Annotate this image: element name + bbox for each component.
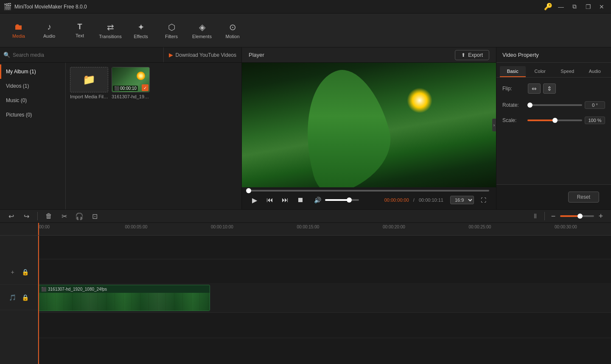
skip-forward-button[interactable]: ⏭	[279, 194, 291, 206]
volume-slider[interactable]	[325, 199, 359, 201]
play-button[interactable]: ▶	[249, 194, 261, 206]
total-time: 00:00:10:11	[419, 197, 443, 203]
timeline-content: 00:00 00:00:05:00 00:00:10:00 00:00:15:0…	[38, 223, 611, 364]
redo-button[interactable]: ↪	[20, 210, 32, 222]
zoom-in-button[interactable]: +	[596, 211, 606, 221]
ruler-mark-6: 00:00:30:00	[554, 223, 577, 229]
video-track-lane[interactable]: ⬛ 3161307-hd_1920_1080_24fps	[38, 283, 611, 313]
media-sidebar: My Album (1) Videos (1) Music (0) Pictur…	[0, 63, 66, 209]
export-icon: ⬆	[461, 52, 465, 58]
ruler-mark-1: 00:00:05:00	[124, 223, 148, 229]
youtube-download-button[interactable]: ▶ Download YouTube Videos	[164, 47, 241, 62]
toolbar-effects[interactable]: ✦ Effects	[126, 16, 156, 45]
minimize-button[interactable]: —	[555, 1, 567, 13]
filters-icon: ⬡	[168, 22, 175, 32]
export-button[interactable]: ⬆ Export	[455, 50, 489, 60]
toolbar-media[interactable]: 🖿 Media	[3, 16, 34, 45]
import-media-card[interactable]: 📁 Import Media Files	[70, 67, 108, 99]
split-track-button[interactable]: ⫴	[529, 210, 541, 222]
fullscreen-button[interactable]: ⛶	[477, 194, 489, 206]
ruler-mark-4: 00:00:20:00	[382, 223, 405, 229]
search-input[interactable]	[13, 52, 160, 58]
toolbar-filters[interactable]: ⬡ Filters	[156, 16, 187, 45]
video-clip[interactable]: ⬛ 3161307-hd_1920_1080_24fps	[38, 285, 210, 311]
zoom-out-button[interactable]: −	[548, 211, 558, 221]
maximize-button[interactable]: ❐	[582, 1, 594, 13]
delete-button[interactable]: 🗑	[43, 210, 55, 222]
crop-button[interactable]: ⊡	[89, 210, 101, 222]
video-track-lock-button[interactable]: 🔒	[20, 267, 31, 277]
scale-row: Scale: 100 %	[502, 117, 605, 124]
audio-track-lock-button[interactable]: 🔒	[20, 292, 31, 303]
add-audio-track-button[interactable]: 🎵	[8, 292, 18, 303]
toolbar-transitions[interactable]: ⇄ Transitions	[95, 16, 126, 45]
undo-button[interactable]: ↩	[5, 210, 17, 222]
toolbar-elements[interactable]: ◈ Elements	[187, 16, 217, 45]
cut-button[interactable]: ✂	[58, 210, 70, 222]
scale-slider[interactable]	[527, 119, 582, 121]
elements-icon: ◈	[199, 22, 205, 32]
toolbar-audio[interactable]: ♪ Audio	[34, 16, 64, 45]
video-thumb[interactable]: ⬛ 00:00:10 ✓	[112, 67, 150, 92]
stop-button[interactable]: ⏹	[294, 194, 306, 206]
video-media-card[interactable]: ⬛ 00:00:10 ✓ 3161307-hd_1920_....	[112, 67, 150, 99]
video-label: 3161307-hd_1920_....	[112, 94, 150, 99]
skip-back-button[interactable]: ⏮	[264, 194, 276, 206]
flip-horizontal-button[interactable]: ⇔	[528, 83, 541, 94]
rotate-row: Rotate: 0 °	[502, 101, 605, 109]
sidebar-item-music[interactable]: Music (0)	[0, 93, 65, 108]
progress-thumb[interactable]	[246, 188, 251, 193]
main-area: 🔍 ▶ Download YouTube Videos My Album (1)…	[0, 47, 611, 209]
player-video: ›	[242, 63, 496, 187]
text-icon: T	[78, 22, 82, 31]
clip-header: ⬛ 3161307-hd_1920_1080_24fps	[39, 285, 210, 293]
toolbar-text[interactable]: T Text	[64, 16, 95, 45]
time-separator: /	[413, 197, 415, 203]
media-top-bar: 🔍 ▶ Download YouTube Videos	[0, 47, 241, 63]
ruler-spacer	[0, 223, 38, 236]
sidebar-item-pictures[interactable]: Pictures (0)	[0, 108, 65, 122]
check-badge: ✓	[142, 84, 149, 91]
add-video-track-button[interactable]: +	[8, 267, 18, 277]
toolbar-motion[interactable]: ⊙ Motion	[217, 16, 248, 45]
filmstrip-bg	[39, 293, 210, 311]
duration-badge: ⬛ 00:00:10	[113, 86, 138, 91]
progress-bar[interactable]	[249, 190, 489, 192]
reset-button[interactable]: Reset	[568, 192, 599, 203]
video-track-controls: + 🔒	[0, 259, 38, 285]
close-button[interactable]: ✕	[596, 1, 608, 13]
aspect-ratio-select[interactable]: 16:94:31:19:16	[450, 196, 474, 204]
timeline-ruler[interactable]: 00:00 00:00:05:00 00:00:10:00 00:00:15:0…	[38, 223, 611, 236]
player-area: Player ⬆ Export ›	[242, 47, 496, 209]
zoom-slider[interactable]	[560, 215, 594, 217]
property-tabs: Basic Color Speed Audio	[496, 63, 611, 78]
empty-track-space	[0, 236, 38, 259]
flip-vertical-button[interactable]: ⇕	[543, 83, 556, 94]
key-icon: 🔑	[544, 3, 552, 11]
empty-top-lane	[38, 236, 611, 259]
restore-button[interactable]: ⧉	[569, 1, 580, 13]
motion-label: Motion	[225, 34, 239, 39]
rotate-slider[interactable]	[527, 104, 582, 106]
tab-color[interactable]: Color	[527, 66, 553, 77]
tab-audio[interactable]: Audio	[582, 66, 608, 77]
flip-controls: ⇔ ⇕	[528, 83, 605, 94]
tab-speed[interactable]: Speed	[555, 66, 580, 77]
player-progress-area	[242, 187, 496, 192]
audio-track-lane[interactable]	[38, 313, 611, 338]
search-icon: 🔍	[3, 52, 10, 58]
current-time: 00:00:00:00	[384, 197, 409, 203]
volume-icon[interactable]: 🔊	[311, 194, 323, 206]
sidebar-item-videos[interactable]: Videos (1)	[0, 79, 65, 93]
sidebar-item-myalbum[interactable]: My Album (1)	[0, 64, 65, 79]
youtube-icon: ▶	[169, 52, 173, 58]
tab-basic[interactable]: Basic	[500, 66, 526, 77]
sun-glow	[407, 88, 432, 113]
audio-icon: ♪	[47, 22, 51, 32]
collapse-arrow[interactable]: ›	[492, 119, 496, 131]
import-thumb[interactable]: 📁	[70, 67, 108, 92]
effects-icon: ✦	[137, 22, 145, 32]
clip-filmstrip	[39, 293, 210, 311]
video-duration-icon: ⬛	[114, 86, 119, 91]
audio-detach-button[interactable]: 🎧	[73, 210, 85, 222]
